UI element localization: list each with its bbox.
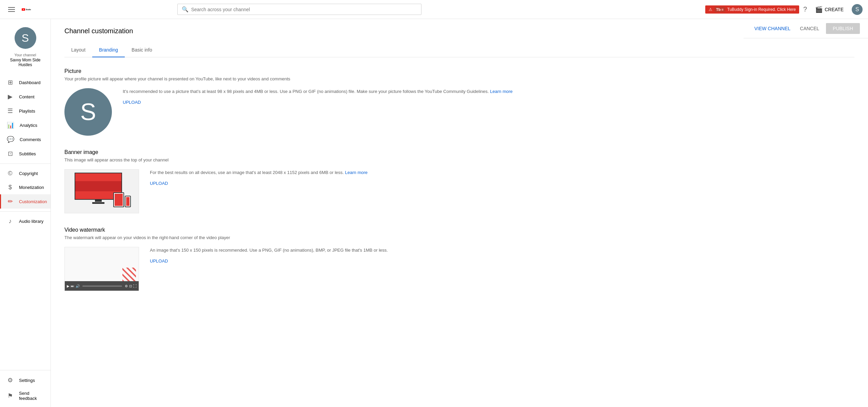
banner-description: This image will appear across the top of… xyxy=(64,157,854,162)
page-title: Channel customization xyxy=(64,27,854,35)
channel-info: S Your channel Savvy Mom Side Hustles xyxy=(0,19,51,73)
yt-logo-svg: Studio xyxy=(22,6,33,13)
skip-icon: ⏭ xyxy=(71,284,74,288)
analytics-icon: 📊 xyxy=(7,121,14,129)
tabs-bar: Layout Branding Basic info xyxy=(64,43,854,57)
picture-avatar-letter: S xyxy=(80,98,96,125)
sidebar-item-content[interactable]: ▶ Content xyxy=(0,90,51,104)
youtube-logo[interactable]: Studio xyxy=(22,6,33,13)
sidebar-item-label: Dashboard xyxy=(19,80,41,85)
sidebar-item-copyright[interactable]: © Copyright xyxy=(0,167,51,180)
channel-avatar-letter: S xyxy=(22,32,29,44)
action-bar: VIEW CHANNEL CANCEL PUBLISH xyxy=(744,19,868,38)
avatar-letter: S xyxy=(855,6,859,13)
banner-title: Banner image xyxy=(64,149,854,155)
picture-recommendation: It's recommended to use a picture that's… xyxy=(123,88,854,95)
sidebar-divider xyxy=(0,163,51,164)
play-icon: ▶ xyxy=(67,284,70,288)
banner-recommendation: For the best results on all devices, use… xyxy=(150,169,854,176)
menu-button[interactable] xyxy=(5,4,18,15)
banner-stand-base xyxy=(92,202,104,204)
sidebar-item-customization[interactable]: ✏ Customization xyxy=(0,194,51,209)
picture-title: Picture xyxy=(64,68,854,74)
fullscreen-icon: ⛶ xyxy=(133,284,137,288)
picture-upload-button[interactable]: UPLOAD xyxy=(123,100,141,105)
channel-name: Savvy Mom Side Hustles xyxy=(5,58,45,67)
tab-basic-info[interactable]: Basic info xyxy=(125,43,159,57)
banner-tablet xyxy=(113,192,124,207)
sidebar-item-analytics[interactable]: 📊 Analytics xyxy=(0,118,51,132)
feedback-label: Send feedback xyxy=(19,391,44,401)
sidebar-item-playlists[interactable]: ☰ Playlists xyxy=(0,104,51,118)
help-icon[interactable]: ? xyxy=(803,5,807,13)
watermark-overlay xyxy=(122,268,136,281)
banner-content: For the best results on all devices, use… xyxy=(64,169,854,213)
picture-section: Picture Your profile picture will appear… xyxy=(64,68,854,136)
sidebar-bottom: ⚙ Settings ⚑ Send feedback xyxy=(0,370,51,407)
picture-learn-more[interactable]: Learn more xyxy=(490,89,512,94)
settings-label: Settings xyxy=(19,378,35,383)
watermark-info: An image that's 150 x 150 pixels is reco… xyxy=(150,247,854,264)
sidebar-item-label: Analytics xyxy=(20,123,37,128)
tubebuddy-icon: Tb≡ xyxy=(714,7,725,12)
playlists-icon: ☰ xyxy=(7,107,14,115)
sidebar-item-comments[interactable]: 💬 Comments xyxy=(0,132,51,147)
feedback-item[interactable]: ⚑ Send feedback xyxy=(0,387,51,404)
tubebuddy-banner[interactable]: ⚠ Tb≡ TuBuddy Sign-in Required. Click He… xyxy=(705,5,799,14)
create-button[interactable]: 🎬 CREATE xyxy=(811,4,848,15)
banner-preview xyxy=(64,169,139,213)
comments-icon: 💬 xyxy=(7,136,14,143)
sidebar-nav: ⊞ Dashboard ▶ Content ☰ Playlists 📊 Anal… xyxy=(0,73,51,231)
watermark-upload-button[interactable]: UPLOAD xyxy=(150,258,168,264)
cancel-button[interactable]: CANCEL xyxy=(797,24,822,33)
sidebar-item-label: Audio library xyxy=(19,219,43,224)
settings-icon: ⚙ xyxy=(7,376,14,384)
nav-left: Studio xyxy=(5,4,33,15)
publish-button[interactable]: PUBLISH xyxy=(826,23,860,34)
content-icon: ▶ xyxy=(7,93,14,100)
banner-upload-button[interactable]: UPLOAD xyxy=(150,181,168,186)
settings-item[interactable]: ⚙ Settings xyxy=(0,373,51,387)
sidebar-item-label: Playlists xyxy=(19,109,35,114)
nav-right: ⚠ Tb≡ TuBuddy Sign-in Required. Click He… xyxy=(705,4,863,15)
sidebar-item-subtitles[interactable]: ⊡ Subtitles xyxy=(0,147,51,161)
search-icon: 🔍 xyxy=(182,6,189,13)
banner-learn-more[interactable]: Learn more xyxy=(345,170,368,175)
search-bar[interactable]: 🔍 xyxy=(177,4,421,15)
sidebar-item-audio-library[interactable]: ♪ Audio library xyxy=(0,214,51,228)
picture-description: Your profile picture will appear where y… xyxy=(64,76,854,81)
tubebuddy-label: TuBuddy Sign-in Required. Click Here xyxy=(727,7,796,12)
audio-library-icon: ♪ xyxy=(7,218,14,225)
miniplayer-icon: ⊡ xyxy=(129,284,132,288)
create-label: CREATE xyxy=(825,7,844,12)
watermark-controls: ▶ ⏭ 🔊 ⚙ ⊡ ⛶ xyxy=(65,281,139,291)
customization-icon: ✏ xyxy=(7,198,14,205)
search-input[interactable] xyxy=(191,7,417,12)
banner-section: Banner image This image will appear acro… xyxy=(64,149,854,213)
account-avatar[interactable]: S xyxy=(852,4,863,15)
picture-info: It's recommended to use a picture that's… xyxy=(123,88,854,105)
sidebar-item-dashboard[interactable]: ⊞ Dashboard xyxy=(0,75,51,90)
tab-layout[interactable]: Layout xyxy=(64,43,92,57)
dashboard-icon: ⊞ xyxy=(7,79,14,86)
banner-devices xyxy=(71,173,132,210)
tubebuddy-warning-icon: ⚠ xyxy=(709,7,712,12)
sidebar-item-label: Subtitles xyxy=(19,151,36,156)
channel-label: Your channel xyxy=(15,53,36,57)
settings-icon-wc: ⚙ xyxy=(125,284,128,288)
view-channel-button[interactable]: VIEW CHANNEL xyxy=(752,24,793,33)
sidebar-item-label: Monetization xyxy=(19,185,44,190)
monetization-icon: $ xyxy=(7,184,14,191)
sidebar-item-label: Content xyxy=(19,94,35,99)
progress-bar xyxy=(82,286,122,287)
sidebar-item-monetization[interactable]: $ Monetization xyxy=(0,180,51,194)
banner-stand-neck xyxy=(95,200,102,202)
sidebar: S Your channel Savvy Mom Side Hustles ⊞ … xyxy=(0,19,51,407)
picture-content: S It's recommended to use a picture that… xyxy=(64,88,854,136)
feedback-icon: ⚑ xyxy=(7,392,14,400)
volume-icon: 🔊 xyxy=(76,284,80,288)
channel-avatar[interactable]: S xyxy=(15,27,36,49)
tab-branding[interactable]: Branding xyxy=(92,43,125,57)
picture-preview: S xyxy=(64,88,112,136)
create-video-icon: 🎬 xyxy=(815,6,823,13)
